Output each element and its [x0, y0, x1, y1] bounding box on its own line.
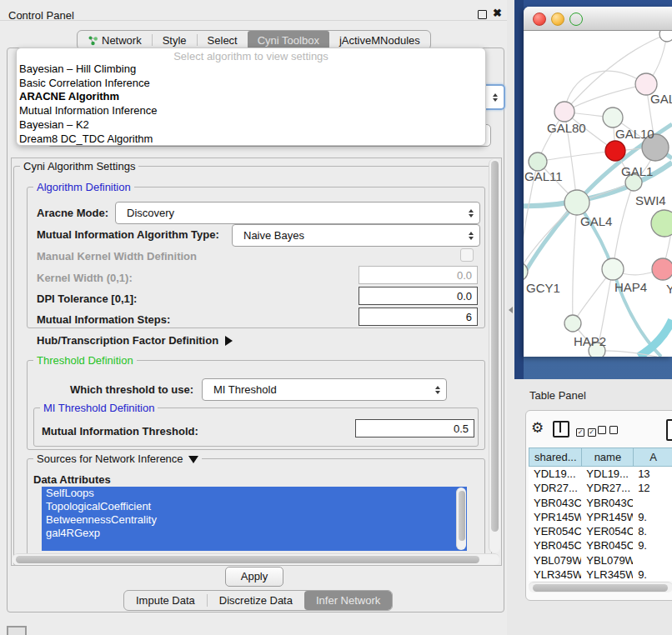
column-selector-icon[interactable] [553, 421, 569, 438]
node-label: HAP2 [574, 334, 606, 348]
network-canvas[interactable]: GAL GAL80 GAL10 GAL1 GAL11 SWI4 GAL4 GCY… [524, 31, 672, 357]
node-label: SWI4 [635, 193, 666, 208]
aracne-mode-label: Aracne Mode: [37, 207, 108, 219]
close-icon[interactable]: ✖ [493, 7, 502, 19]
table-horizontal-scrollbar[interactable] [529, 582, 672, 592]
scrollbar-thumb[interactable] [491, 161, 499, 532]
table-panel-title: Table Panel [529, 389, 586, 402]
settings-scroll-viewport: Cyni Algorithm Settings Algorithm Defini… [11, 158, 502, 566]
table-row[interactable]: YPR145WYPR145W9. [529, 510, 672, 524]
apply-button[interactable]: Apply [225, 567, 283, 587]
node[interactable] [652, 258, 672, 280]
group-title: Threshold Definition [33, 354, 137, 367]
node-label: GAL80 [547, 121, 586, 135]
gear-icon[interactable]: ⚙ [531, 419, 544, 437]
disclosure-triangle-right-icon [225, 336, 233, 346]
node-gal80[interactable] [554, 102, 574, 122]
attribute-item-selected[interactable]: TopologicalCoefficient [42, 500, 467, 513]
node-hap2[interactable] [564, 315, 581, 332]
network-window-titlebar[interactable] [524, 7, 672, 31]
float-window-icon[interactable] [478, 10, 487, 19]
scrollbar-thumb[interactable] [16, 556, 479, 563]
node-label: GAL10 [615, 127, 654, 141]
traffic-light-zoom-icon[interactable] [569, 12, 583, 26]
export-table-icon[interactable] [666, 419, 672, 441]
algorithm-option[interactable]: Dream8 DC_TDC Algorithm [17, 132, 485, 146]
table-row[interactable]: YBR045CYBR045C9. [529, 538, 672, 552]
hub-definition-disclosure[interactable]: Hub/Transcription Factor Definition [37, 334, 233, 347]
node-labels: GAL GAL80 GAL10 GAL1 GAL11 SWI4 GAL4 GCY… [524, 92, 672, 348]
popup-placeholder: Select algorithm to view settings [17, 50, 485, 62]
panel-splitter[interactable] [507, 0, 514, 635]
tab-style[interactable]: Style [153, 31, 197, 49]
algorithm-option[interactable]: Bayesian – Hill Climbing [17, 62, 485, 77]
settings-horizontal-scrollbar[interactable] [13, 553, 499, 565]
tab-discretize-data[interactable]: Discretize Data [208, 591, 304, 610]
attribute-item-selected[interactable]: BetweennessCentrality [42, 513, 467, 527]
tab-label: jActiveMNodules [339, 34, 420, 47]
node[interactable] [659, 31, 672, 42]
disclosure-triangle-down-icon [188, 456, 198, 463]
column-header[interactable]: name [581, 448, 633, 467]
traffic-light-close-icon[interactable] [533, 12, 546, 26]
node-gal4[interactable] [564, 190, 589, 215]
group-title: Cyni Algorithm Settings [20, 160, 138, 172]
tab-network[interactable]: Network [78, 31, 152, 49]
splitter-collapse-icon[interactable] [509, 307, 513, 313]
scrollbar-thumb[interactable] [533, 584, 668, 592]
node-label: Y [666, 282, 672, 296]
dpi-tolerance-label: DPI Tolerance [0,1]: [37, 292, 137, 305]
tab-impute-data[interactable]: Impute Data [124, 591, 207, 610]
dpi-tolerance-field[interactable]: 0.0 [359, 287, 478, 305]
algorithm-option-selected[interactable]: ARACNE Algorithm [17, 90, 485, 104]
node-label: GAL [650, 92, 672, 106]
mi-algorithm-type-combobox[interactable]: Naive Bayes [232, 224, 480, 247]
tab-cyni-toolbox[interactable]: Cyni Toolbox [248, 31, 329, 49]
attribute-item-selected[interactable]: SelfLoops [42, 487, 467, 500]
column-header[interactable]: A [633, 448, 672, 467]
scrollbar-thumb[interactable] [459, 491, 465, 541]
node-hap4[interactable] [602, 258, 624, 280]
tab-select[interactable]: Select [198, 31, 248, 49]
table-row[interactable]: YDR27...YDR27...12 [529, 481, 672, 495]
manual-kernel-width-checkbox[interactable] [460, 248, 474, 262]
table-header: shared... name A [529, 448, 672, 467]
settings-vertical-scrollbar[interactable] [489, 159, 500, 552]
table-row[interactable]: YDL19...YDL19...13 [529, 467, 672, 481]
node-gal10[interactable] [603, 108, 623, 128]
network-desktop-edge [514, 0, 524, 379]
list-vertical-scrollbar[interactable] [456, 488, 466, 550]
algorithm-option[interactable]: Basic Correlation Inference [17, 77, 485, 91]
sources-disclosure[interactable]: Sources for Network Inference [33, 452, 202, 465]
algorithm-option[interactable]: Bayesian – K2 [17, 118, 485, 132]
attribute-item-selected[interactable]: gal4RGexp [42, 527, 467, 540]
clear-all-checks-icon[interactable] [598, 424, 618, 437]
network-window[interactable]: GAL GAL80 GAL10 GAL1 GAL11 SWI4 GAL4 GCY… [524, 7, 672, 357]
tab-jactivemnodules[interactable]: jActiveMNodules [329, 31, 430, 49]
table-row[interactable]: YER054CYER054C8. [529, 524, 672, 538]
node-label: GAL1 [621, 164, 653, 178]
node[interactable] [651, 210, 672, 237]
column-header[interactable]: shared... [529, 448, 581, 467]
sources-title: Sources for Network Inference [37, 452, 183, 465]
combobox-value: Naive Bayes [233, 229, 304, 242]
node-gal11[interactable] [529, 152, 547, 171]
table-row[interactable]: YBR043CYBR043C [529, 496, 672, 510]
tab-infer-network[interactable]: Infer Network [304, 591, 392, 610]
mi-threshold-field[interactable]: 0.5 [355, 419, 474, 438]
which-threshold-combobox[interactable]: MI Threshold [202, 378, 447, 401]
aracne-mode-combobox[interactable]: Discovery [115, 202, 480, 224]
mi-steps-field[interactable]: 6 [359, 308, 478, 326]
minimized-panel-icon[interactable] [7, 626, 27, 635]
algorithm-option[interactable]: Mutual Information Inference [17, 104, 485, 118]
traffic-light-minimize-icon[interactable] [551, 12, 564, 26]
table-row[interactable]: YLR345WYLR345W9. [529, 568, 672, 581]
table-card: ⚙ ✓ ✓ shared... name A YDL19...YDL19...1… [525, 410, 672, 601]
table-row[interactable]: YBL079WYBL079W [529, 553, 672, 568]
kernel-width-field[interactable]: 0.0 [359, 266, 478, 284]
tab-label: Discretize Data [219, 594, 293, 607]
select-all-checks-icon[interactable]: ✓ ✓ [576, 424, 596, 437]
tab-label: Impute Data [136, 594, 195, 607]
network-icon [88, 35, 98, 46]
node-gal1[interactable] [605, 141, 625, 161]
